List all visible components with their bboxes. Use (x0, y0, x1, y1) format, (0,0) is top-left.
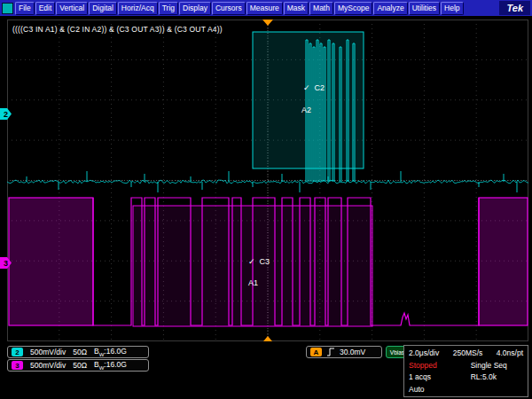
ch3-badge: 3 (12, 361, 23, 370)
menu-bar: File Edit Vertical Digital Horiz/Acq Tri… (0, 0, 532, 16)
a2-area-label: A2 (301, 106, 311, 114)
rising-edge-icon (326, 348, 335, 356)
trigger-level: 30.0mV (340, 348, 365, 356)
app-icon (2, 3, 13, 14)
acquisition-mode: Single Seq (471, 361, 523, 370)
c3-source-label: C3 (260, 257, 270, 266)
menu-item-horiz-acq[interactable]: Horiz/Acq (118, 2, 158, 15)
oscilloscope-screen: File Edit Vertical Digital Horiz/Acq Tri… (0, 0, 532, 399)
acquisition-status: Stopped (409, 361, 471, 370)
record-length: RL:5.0k (471, 372, 523, 381)
menu-item-file[interactable]: File (15, 2, 35, 15)
a1-label-text: A1 (248, 278, 258, 287)
math-expression-label: ((((C3 IN A1) & (C2 IN A2)) & (C3 OUT A3… (12, 25, 223, 34)
acquisition-panel[interactable]: 2.0μs/div 250MS/s 4.0ns/pt Stopped Singl… (403, 345, 528, 397)
trigger-mode: Auto (409, 385, 425, 394)
ch2-termination: 50Ω (73, 348, 87, 356)
check-icon: ✓ (303, 83, 310, 92)
menu-item-measure[interactable]: Measure (246, 2, 283, 15)
tek-logo: Tek (499, 1, 530, 15)
ch2-scale: 500mV/div (30, 348, 66, 356)
ch3-scale: 500mV/div (30, 361, 66, 370)
ch3-readout[interactable]: 3 500mV/div 50Ω BW:16.0G (7, 359, 149, 372)
waveform-canvas[interactable] (7, 20, 528, 341)
trigger-a-badge: A (310, 348, 322, 356)
c2-region-label: ✓ C2 (303, 83, 325, 92)
sample-rate-readout: 250MS/s (453, 348, 483, 357)
menu-item-help[interactable]: Help (441, 2, 463, 15)
ch3-bandwidth: BW:16.0G (94, 360, 127, 371)
menu-item-math[interactable]: Math (309, 2, 333, 15)
resolution-readout: 4.0ns/pt (497, 348, 523, 357)
a2-label-text: A2 (301, 106, 311, 114)
check-icon: ✓ (248, 257, 255, 266)
c3-region-label: ✓ C3 (248, 257, 270, 266)
menu-item-mask[interactable]: Mask (284, 2, 309, 15)
a1-area-label: A1 (248, 278, 258, 287)
ch2-badge: 2 (12, 348, 23, 356)
c2-source-label: C2 (315, 83, 325, 92)
ch3-termination: 50Ω (73, 361, 87, 370)
menu-item-digital[interactable]: Digital (89, 2, 117, 15)
menu-item-edit[interactable]: Edit (35, 2, 56, 15)
menu-item-vertical[interactable]: Vertical (56, 2, 88, 15)
menu-item-cursors[interactable]: Cursors (212, 2, 246, 15)
ch2-bandwidth: BW:16.0G (94, 347, 127, 357)
waveform-display[interactable]: ((((C3 IN A1) & (C2 IN A2)) & (C3 OUT A3… (7, 20, 528, 341)
menu-item-trig[interactable]: Trig (159, 2, 178, 15)
menu-item-myscope[interactable]: MyScope (334, 2, 372, 15)
trigger-readout[interactable]: A 30.0mV (306, 346, 382, 358)
menu-item-display[interactable]: Display (179, 2, 211, 15)
acquisition-count: 1 acqs (409, 372, 471, 381)
ch2-readout[interactable]: 2 500mV/div 50Ω BW:16.0G (7, 346, 149, 358)
menu-item-utilities[interactable]: Utilities (409, 2, 440, 15)
trigger-position-icon[interactable] (262, 20, 273, 26)
timebase-readout: 2.0μs/div (409, 348, 439, 357)
trigger-position-bottom-icon (263, 336, 272, 341)
menu-item-analyze[interactable]: Analyze (373, 2, 407, 15)
